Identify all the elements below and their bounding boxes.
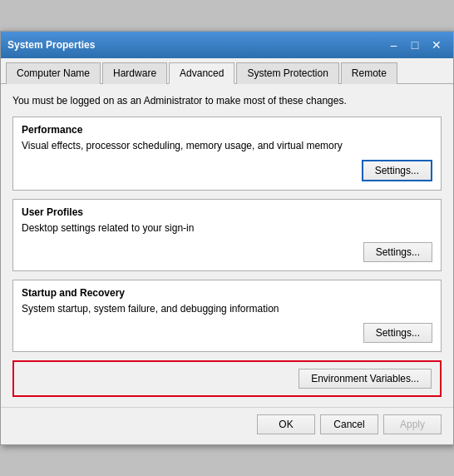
tab-hardware[interactable]: Hardware [102,62,167,84]
startup-recovery-settings-button[interactable]: Settings... [363,323,432,343]
user-profiles-settings-button[interactable]: Settings... [363,242,432,262]
startup-recovery-settings-row: Settings... [22,323,432,343]
startup-recovery-description: System startup, system failure, and debu… [22,302,432,316]
environment-variables-button[interactable]: Environment Variables... [299,369,432,389]
user-profiles-description: Desktop settings related to your sign-in [22,221,432,236]
cancel-button[interactable]: Cancel [320,414,378,434]
environment-variables-highlight: Environment Variables... [12,360,442,397]
performance-title: Performance [22,124,432,136]
tab-computer-name[interactable]: Computer Name [6,62,101,84]
user-profiles-settings-row: Settings... [22,242,432,262]
tab-advanced[interactable]: Advanced [169,62,234,84]
tab-content: You must be logged on as an Administrato… [1,84,453,406]
performance-settings-row: Settings... [22,160,432,181]
user-profiles-section: User Profiles Desktop settings related t… [12,199,442,271]
tab-system-protection[interactable]: System Protection [236,62,338,84]
close-button[interactable]: ✕ [427,37,447,53]
title-bar: System Properties ‒ □ ✕ [1,32,453,58]
system-properties-window: System Properties ‒ □ ✕ Computer Name Ha… [0,31,454,444]
performance-settings-button[interactable]: Settings... [362,160,432,181]
footer-bar: OK Cancel Apply [1,407,453,444]
title-bar-controls: ‒ □ ✕ [383,37,447,53]
user-profiles-title: User Profiles [22,206,432,218]
window-title: System Properties [7,39,95,51]
tabs-bar: Computer Name Hardware Advanced System P… [1,58,453,84]
minimize-button[interactable]: ‒ [383,37,403,53]
apply-button[interactable]: Apply [383,414,442,434]
maximize-button[interactable]: □ [405,37,425,53]
performance-description: Visual effects, processor scheduling, me… [22,139,432,153]
info-text: You must be logged on as an Administrato… [12,94,442,108]
performance-section: Performance Visual effects, processor sc… [12,117,442,191]
tab-remote[interactable]: Remote [341,62,397,84]
startup-recovery-title: Startup and Recovery [22,287,432,299]
startup-recovery-section: Startup and Recovery System startup, sys… [12,280,442,352]
ok-button[interactable]: OK [257,414,315,434]
